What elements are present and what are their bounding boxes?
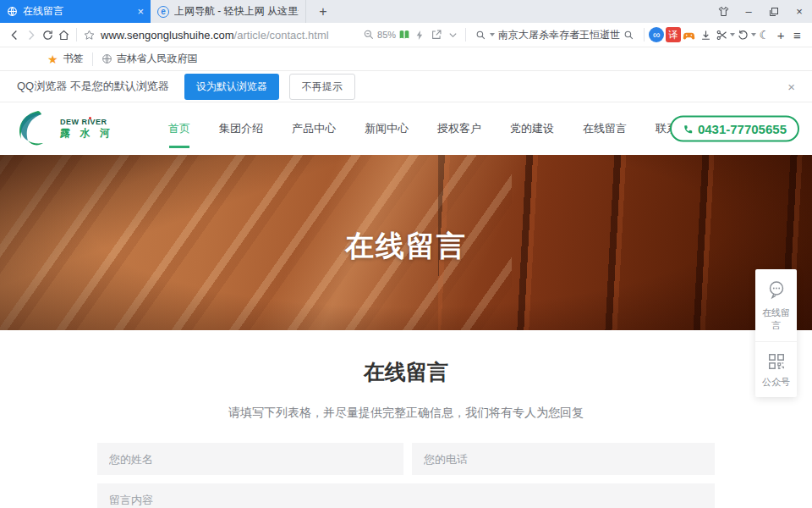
bookmarks-label[interactable]: 书签 — [63, 52, 84, 66]
browser-toolbar: www.sengonglushuihe.com/article/contact.… — [0, 23, 812, 47]
tab-navigation-home[interactable]: e 上网导航 - 轻快上网 从这里开始 — [151, 0, 306, 23]
tab-close-icon[interactable]: × — [137, 6, 144, 17]
minimize-button[interactable]: – — [736, 0, 761, 23]
game-center-icon[interactable] — [681, 24, 697, 46]
notification-message: QQ浏览器 不是您的默认浏览器 — [17, 79, 169, 94]
bookmark-title: 吉林省人民政府国 — [117, 52, 198, 66]
favorite-star-icon[interactable] — [81, 24, 97, 46]
toolbar-separator — [465, 28, 466, 41]
back-button[interactable] — [7, 24, 23, 46]
url-host: www.sengonglushuihe.com — [101, 29, 234, 41]
float-label: 公众号 — [762, 376, 790, 389]
translate-icon[interactable]: 译 — [665, 24, 681, 46]
globe-icon — [102, 53, 112, 64]
name-input[interactable] — [97, 443, 403, 475]
night-mode-icon[interactable]: ☾ — [756, 24, 772, 46]
site-header: DEW RIVER 露 水 河 首页 集团介绍 产品中心 新闻中心 授权客户 党… — [0, 102, 812, 155]
window-controls: – × — [710, 0, 812, 23]
chevron-down-icon[interactable] — [445, 24, 461, 46]
zoom-level: 85% — [377, 30, 396, 40]
hero-title: 在线留言 — [0, 227, 812, 266]
float-online-message[interactable]: 在线留言 — [755, 269, 797, 341]
set-default-browser-button[interactable]: 设为默认浏览器 — [184, 74, 279, 100]
bookmarks-separator — [92, 52, 93, 66]
page-url: www.sengonglushuihe.com/article/contact.… — [101, 29, 329, 41]
tab-title: 上网导航 - 轻快上网 从这里开始 — [174, 4, 299, 19]
logo-chinese-name: 露 水 河 — [60, 126, 113, 141]
search-hotword: 南京大屠杀幸存者王恒逝世 — [498, 28, 620, 42]
tab-bar: 在线留言 × e 上网导航 - 轻快上网 从这里开始 + – × — [0, 0, 812, 23]
logo-text: DEW RIVER 露 水 河 — [60, 118, 113, 141]
qr-code-icon — [767, 352, 786, 371]
menu-icon[interactable]: ≡ — [789, 24, 805, 46]
phone-button[interactable]: 0431-77705655 — [670, 116, 799, 142]
default-browser-notification: QQ浏览器 不是您的默认浏览器 设为默认浏览器 不再提示 × — [0, 71, 812, 102]
browser-e-icon: e — [157, 6, 169, 18]
bookmark-item[interactable]: 吉林省人民政府国 — [102, 52, 198, 66]
nav-group-intro[interactable]: 集团介绍 — [217, 109, 265, 148]
qq-sync-icon[interactable]: ∞ — [649, 24, 665, 46]
message-textarea[interactable] — [97, 483, 715, 508]
phone-number: 0431-77705655 — [698, 122, 787, 136]
forward-button[interactable] — [23, 24, 39, 46]
nav-party-building[interactable]: 党的建设 — [508, 109, 556, 148]
theme-skin-icon[interactable] — [710, 0, 736, 23]
add-toolbar-icon[interactable]: + — [772, 24, 788, 46]
section-subtitle: 请填写下列表格，并尽量提供完整正确信息，我们将有专人为您回复 — [0, 406, 812, 421]
browser-window: 在线留言 × e 上网导航 - 轻快上网 从这里开始 + – × — [0, 0, 812, 508]
dont-remind-button[interactable]: 不再提示 — [289, 74, 355, 100]
tab-title: 在线留言 — [23, 4, 132, 19]
float-official-account[interactable]: 公众号 — [755, 341, 797, 397]
nav-home[interactable]: 首页 — [167, 109, 192, 148]
tab-online-message[interactable]: 在线留言 × — [0, 0, 151, 23]
globe-icon — [7, 6, 18, 17]
bookmarks-bar: ★ 书签 吉林省人民政府国 — [0, 47, 812, 71]
float-label: 在线留言 — [759, 306, 793, 333]
nav-online-message[interactable]: 在线留言 — [581, 109, 628, 148]
form-row — [97, 443, 715, 475]
tabbar-spacer — [340, 0, 710, 23]
nav-authorized-clients[interactable]: 授权客户 — [436, 109, 483, 148]
address-bar[interactable]: www.sengonglushuihe.com/article/contact.… — [97, 29, 351, 41]
zoom-out-icon — [363, 29, 375, 41]
history-undo-icon[interactable] — [735, 24, 751, 46]
search-box[interactable]: 南京大屠杀幸存者王恒逝世 — [470, 28, 639, 42]
logo-english-name: DEW RIVER — [60, 118, 113, 126]
phone-input[interactable] — [412, 443, 715, 475]
hero-banner: 在线留言 — [0, 155, 812, 330]
floating-side-panel: 在线留言 公众号 — [755, 269, 797, 397]
nav-news[interactable]: 新闻中心 — [363, 109, 410, 148]
share-icon[interactable] — [429, 24, 445, 46]
toolbar-separator — [644, 28, 645, 41]
page-content: 在线留言 请填写下列表格，并尽量提供完整正确信息，我们将有专人为您回复 — [0, 330, 812, 508]
logo-red-dot — [89, 117, 91, 119]
screenshot-scissors-icon[interactable] — [714, 24, 730, 46]
zoom-control[interactable]: 85% — [363, 29, 396, 41]
url-path: /article/contact.html — [234, 29, 329, 41]
download-icon[interactable] — [697, 24, 713, 46]
main-navigation: 首页 集团介绍 产品中心 新闻中心 授权客户 党的建设 在线留言 联系我们 — [167, 109, 701, 148]
infinity-icon: ∞ — [649, 27, 664, 42]
search-go-icon — [623, 30, 634, 41]
toolbar-separator — [76, 28, 77, 41]
section-title: 在线留言 — [0, 330, 812, 386]
home-button[interactable] — [56, 24, 72, 46]
close-window-button[interactable]: × — [787, 0, 812, 23]
reload-button[interactable] — [40, 24, 56, 46]
notification-close-icon[interactable]: × — [787, 80, 795, 94]
chat-bubble-icon — [766, 279, 787, 301]
new-tab-button[interactable]: + — [306, 0, 340, 23]
search-icon — [475, 30, 486, 41]
reading-mode-icon[interactable] — [396, 24, 412, 46]
bookmarks-star-icon: ★ — [47, 52, 58, 66]
message-form — [97, 443, 715, 508]
phone-icon — [683, 123, 694, 135]
search-engine-caret-icon[interactable] — [490, 33, 495, 36]
nav-products[interactable]: 产品中心 — [290, 109, 337, 148]
site-logo[interactable]: DEW RIVER 露 水 河 — [13, 108, 155, 149]
restore-button[interactable] — [761, 0, 787, 23]
logo-leaf-icon — [13, 108, 57, 149]
flash-lightning-icon[interactable] — [412, 24, 428, 46]
